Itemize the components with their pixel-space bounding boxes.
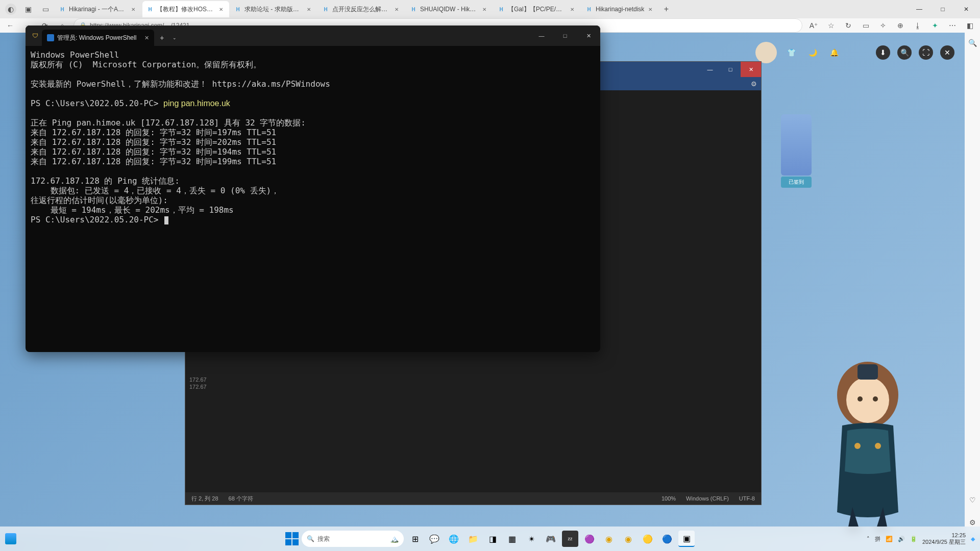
notepad-minimize-button[interactable]: —	[700, 62, 720, 77]
tab-title: 【Gal】【PC/PE/AI汉化】甜蜜	[508, 5, 566, 14]
tab-close-icon[interactable]: ✕	[480, 5, 488, 13]
favorites-icon[interactable]: ✧	[877, 19, 889, 32]
notifications-icon[interactable]: 🔔	[827, 45, 841, 60]
site-close-icon[interactable]: ✕	[940, 45, 954, 60]
read-aloud-icon[interactable]: A⁺	[807, 19, 820, 32]
taskbar-app-7[interactable]: ◉	[601, 531, 617, 547]
terminal-output[interactable]: Windows PowerShell 版权所有 (C) Microsoft Co…	[26, 46, 600, 352]
sidebar-heart-icon[interactable]: ♡	[966, 494, 978, 506]
dark-mode-icon[interactable]: 🌙	[805, 45, 820, 60]
system-tray[interactable]: ˄ 拼 📶 🔊 🔋 12:25 2024/9/25 星期三 ◆	[867, 532, 975, 545]
tab-title: 点开没反应怎么解决 - 求助论	[332, 5, 390, 14]
split-screen-icon[interactable]: ◧	[964, 19, 976, 32]
notepad-content-fragment: 172.67 172.67	[189, 376, 207, 390]
terminal-new-tab-button[interactable]: +	[154, 34, 169, 42]
checkin-badge[interactable]: 已签到	[781, 177, 812, 188]
tab-title: Hikarinagi - 一个ACGN文化社区	[69, 5, 127, 14]
workspaces-icon[interactable]: ▣	[22, 4, 34, 15]
browser-minimize-button[interactable]: —	[908, 1, 931, 17]
more-icon[interactable]: ⋯	[946, 19, 959, 32]
terminal-titlebar[interactable]: 🛡 管理员: Windows PowerShell ✕ + ⌄ — □ ✕	[26, 26, 600, 46]
tab-title: 求助论坛 - 求助版块 - 我要提问	[244, 5, 303, 14]
taskbar[interactable]: 🔍 搜索 🏔️ ⊞ 💬 🌐 📁 ◨ ▦ ✴ 🎮 zz 🟣 ◉ ◉ 🟡 🔵 ▣ ˄…	[0, 527, 980, 551]
task-view-button[interactable]: ⊞	[407, 531, 423, 547]
side-thumbnail[interactable]	[781, 114, 812, 176]
tab-close-icon[interactable]: ✕	[217, 5, 225, 13]
terminal-minimize-button[interactable]: —	[530, 26, 553, 46]
nav-back-button[interactable]: ←	[4, 19, 16, 32]
terminal-window[interactable]: 🛡 管理员: Windows PowerShell ✕ + ⌄ — □ ✕ Wi…	[26, 26, 600, 352]
svg-point-5	[854, 443, 861, 449]
site-download-icon[interactable]: ⬇	[876, 45, 890, 60]
svg-point-4	[873, 396, 878, 402]
tab-favicon: H	[410, 6, 417, 13]
tray-volume-icon[interactable]: 🔊	[898, 536, 905, 542]
admin-shield-icon: 🛡	[29, 32, 42, 39]
notepad-close-button[interactable]: ✕	[741, 62, 761, 77]
extensions-icon[interactable]: ✦	[929, 19, 941, 32]
tray-wifi-icon[interactable]: 📶	[886, 536, 893, 542]
taskbar-app-2[interactable]: ▦	[504, 531, 520, 547]
terminal-tab[interactable]: 管理员: Windows PowerShell ✕	[42, 30, 154, 46]
tab-favicon: H	[146, 6, 154, 13]
taskbar-app-terminal[interactable]: ▣	[678, 531, 695, 547]
tab-actions-icon[interactable]: ▭	[40, 4, 51, 15]
browser-maximize-button[interactable]: □	[931, 1, 954, 17]
taskbar-app-8[interactable]: ◉	[620, 531, 636, 547]
tab-title: SHUAIQIDW - Hikarinagi	[420, 6, 478, 13]
svg-point-1	[846, 377, 889, 423]
taskbar-app-1[interactable]: ◨	[484, 531, 501, 547]
browser-tab[interactable]: HHikarinagi - 一个ACGN文化社区✕	[55, 1, 141, 17]
sidebar-search-icon[interactable]: 🔍	[966, 37, 978, 49]
terminal-close-button[interactable]: ✕	[577, 26, 600, 46]
svg-point-6	[875, 443, 881, 449]
tab-close-icon[interactable]: ✕	[129, 5, 137, 13]
taskbar-app-4[interactable]: 🎮	[543, 531, 559, 547]
taskbar-clock[interactable]: 12:25 2024/9/25 星期三	[922, 532, 966, 545]
taskbar-app-explorer[interactable]: 📁	[465, 531, 481, 547]
collections-icon[interactable]: ⊕	[894, 19, 906, 32]
taskbar-app-10[interactable]: 🔵	[659, 531, 675, 547]
taskbar-app-edge[interactable]: 🌐	[446, 531, 462, 547]
browser-tab[interactable]: HHikarinagi-netdisk✕	[581, 1, 658, 17]
taskbar-app-chat[interactable]: 💬	[426, 531, 443, 547]
taskbar-app-5[interactable]: zz	[562, 531, 578, 547]
browser-close-button[interactable]: ✕	[954, 1, 978, 17]
clock-date: 2024/9/25 星期三	[922, 539, 966, 545]
browser-tab[interactable]: H求助论坛 - 求助版块 - 我要提问✕	[230, 1, 317, 17]
user-avatar[interactable]	[755, 42, 777, 63]
downloads-icon[interactable]: ⭳	[912, 19, 924, 32]
terminal-maximize-button[interactable]: □	[553, 26, 577, 46]
favorite-star-icon[interactable]: ☆	[825, 19, 837, 32]
taskbar-search[interactable]: 🔍 搜索 🏔️	[302, 531, 404, 547]
tab-close-icon[interactable]: ✕	[646, 5, 654, 13]
reader-icon[interactable]: ▭	[860, 19, 872, 32]
browser-tab[interactable]: H【Gal】【PC/PE/AI汉化】甜蜜✕	[494, 1, 580, 17]
profile-icon[interactable]: ◐	[5, 4, 16, 15]
tab-close-icon[interactable]: ✕	[393, 5, 401, 13]
browser-tab[interactable]: H【教程】修改HOSTS，和转圈✕	[142, 1, 229, 17]
browser-tab[interactable]: H点开没反应怎么解决 - 求助论✕	[318, 1, 405, 17]
terminal-dropdown-button[interactable]: ⌄	[169, 35, 180, 40]
taskbar-app-3[interactable]: ✴	[523, 531, 540, 547]
site-search-icon[interactable]: 🔍	[897, 45, 912, 60]
browser-tab[interactable]: HSHUAIQIDW - Hikarinagi✕	[406, 1, 493, 17]
site-expand-icon[interactable]: ⛶	[919, 45, 933, 60]
refresh-ext-icon[interactable]: ↻	[842, 19, 854, 32]
tab-close-icon[interactable]: ✕	[568, 5, 576, 13]
taskbar-app-9[interactable]: 🟡	[640, 531, 656, 547]
tab-close-icon[interactable]: ✕	[305, 5, 313, 13]
tray-battery-icon[interactable]: 🔋	[910, 536, 917, 542]
ime-indicator[interactable]: 拼	[875, 535, 880, 543]
notepad-maximize-button[interactable]: □	[720, 62, 741, 77]
notepad-settings-icon[interactable]: ⚙	[751, 80, 757, 88]
theme-shirt-icon[interactable]: 👕	[784, 45, 798, 60]
taskbar-app-6[interactable]: 🟣	[581, 531, 598, 547]
start-button[interactable]	[285, 532, 299, 545]
mascot-character	[801, 339, 934, 533]
new-tab-button[interactable]: +	[659, 2, 673, 16]
terminal-tab-close-icon[interactable]: ✕	[144, 35, 149, 41]
widgets-button[interactable]	[5, 533, 16, 544]
tray-chevron-icon[interactable]: ˄	[867, 536, 870, 542]
copilot-icon[interactable]: ◆	[971, 536, 975, 542]
